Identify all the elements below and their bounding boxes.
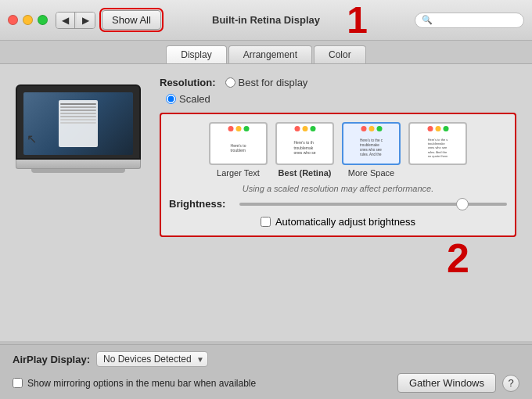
best-for-display-label: Best for display [239, 77, 308, 88]
traffic-lights [8, 15, 48, 25]
bottom-right: Gather Windows ? [397, 373, 519, 393]
scaled-option[interactable]: Scaled [166, 93, 210, 105]
minimize-button[interactable] [23, 15, 33, 25]
mirror-label: Show mirroring options in the menu bar w… [27, 378, 256, 389]
best-retina-selected-thumb: Here's to the ctroublemakeones who seeru… [342, 122, 401, 165]
mirror-checkbox[interactable] [13, 378, 23, 388]
laptop-display [23, 92, 133, 155]
dot-green-2 [310, 126, 315, 131]
airplay-dropdown-wrapper: No Devices Detected // populate select c… [96, 351, 208, 367]
tabs-bar: Display Arrangement Color [0, 41, 532, 64]
maximize-button[interactable] [38, 15, 48, 25]
title-bar: ◀ ▶ Show All 1 Built-in Retina Display 🔍 [0, 0, 532, 41]
extra-option[interactable]: Here's to the stroublemakeones who seeru… [408, 122, 467, 178]
dot-yellow [235, 126, 241, 131]
dot-green [243, 126, 249, 131]
best-retina-option[interactable]: Here's to thtroublemakones who se Best (… [275, 122, 334, 178]
dot-yellow-2 [302, 126, 307, 131]
larger-text-label: Larger Text [217, 168, 260, 178]
search-icon: 🔍 [422, 15, 433, 25]
tab-display[interactable]: Display [166, 45, 226, 63]
scaled-label: Scaled [179, 93, 210, 105]
help-button[interactable]: ? [502, 375, 519, 392]
search-input[interactable] [436, 15, 517, 26]
nav-buttons: ◀ ▶ [56, 12, 95, 29]
airplay-dropdown[interactable]: No Devices Detected [96, 351, 208, 367]
best-for-display-radio[interactable] [225, 77, 235, 88]
dot-red [228, 126, 233, 131]
main-content: ↖ Resolution: Best for display Scaled [0, 64, 532, 341]
tab-arrangement[interactable]: Arrangement [228, 45, 312, 63]
screen-content [23, 92, 133, 155]
brightness-row: Brightness: [169, 198, 507, 210]
auto-brightness-row: Automatically adjust brightness [169, 216, 507, 228]
laptop-thumbnail: ↖ [16, 84, 141, 173]
bottom-bar: AirPlay Display: No Devices Detected // … [0, 344, 532, 399]
best-for-display-option[interactable]: Best for display [225, 77, 308, 88]
scaled-row: Scaled [166, 93, 516, 105]
back-button[interactable]: ◀ [56, 13, 75, 28]
auto-brightness-label: Automatically adjust brightness [275, 216, 415, 228]
laptop-screen [16, 84, 141, 160]
dot-yellow-4 [435, 126, 440, 131]
resolution-thumbnails: Here's totroublem Larger Text [169, 122, 507, 178]
thumb-text: Here's totroublem [228, 132, 249, 156]
brightness-label: Brightness: [169, 198, 232, 210]
gather-windows-button[interactable]: Gather Windows [397, 373, 496, 393]
show-all-button[interactable]: Show All [102, 10, 161, 30]
laptop-foot [31, 169, 125, 173]
larger-text-option[interactable]: Here's totroublem Larger Text [209, 122, 268, 178]
bottom-row: Show mirroring options in the menu bar w… [13, 373, 519, 393]
extra-thumb: Here's to the stroublemakeones who seeru… [408, 122, 467, 165]
airplay-label: AirPlay Display: [13, 354, 90, 365]
thumb-dots-2 [294, 126, 315, 131]
dot-red-2 [294, 126, 300, 131]
search-box[interactable]: 🔍 [415, 13, 524, 28]
doc-mini [59, 100, 98, 147]
resolution-label: Resolution: [160, 77, 216, 88]
tab-color[interactable]: Color [314, 45, 366, 63]
best-retina-label: Best (Retina) [279, 168, 332, 178]
scaled-radio[interactable] [166, 94, 176, 104]
dot-green-4 [443, 126, 448, 131]
thumb-dots [228, 126, 249, 131]
best-retina-thumb: Here's to thtroublemakones who se [275, 122, 334, 165]
resolution-options-box: Here's totroublem Larger Text [160, 113, 516, 237]
larger-text-thumb: Here's totroublem [209, 122, 268, 165]
brightness-slider[interactable] [239, 203, 507, 206]
settings-panel: Resolution: Best for display Scaled [160, 77, 516, 245]
resolution-row: Resolution: Best for display [160, 77, 516, 88]
window-title: Built-in Retina Display [212, 14, 320, 26]
dot-yellow-3 [368, 126, 374, 131]
close-button[interactable] [8, 15, 18, 25]
thumb-text-2: Here's to thtroublemakones who se [291, 129, 318, 158]
thumb-text-4: Here's to the stroublemakeones who seeru… [426, 127, 451, 160]
forward-button[interactable]: ▶ [77, 13, 95, 28]
performance-note: Using a scaled resolution may affect per… [169, 184, 507, 193]
cursor-icon: ↖ [27, 131, 37, 146]
laptop-base [16, 160, 141, 169]
thumb-dots-4 [427, 126, 448, 131]
dot-red-4 [427, 126, 433, 131]
dot-red-3 [361, 126, 366, 131]
dot-green-3 [376, 126, 382, 131]
thumb-dots-3 [361, 126, 382, 131]
mirror-check-row: Show mirroring options in the menu bar w… [13, 378, 256, 389]
airplay-row: AirPlay Display: No Devices Detected // … [13, 351, 519, 367]
best-retina-selected-option[interactable]: Here's to the ctroublemakeones who seeru… [342, 122, 401, 178]
thumb-text-3: Here's to the ctroublemakeones who seeru… [358, 128, 385, 159]
more-space-label: More Space [348, 168, 394, 178]
label-1: 1 [347, 2, 368, 39]
content-area: ↖ Resolution: Best for display Scaled [16, 77, 516, 245]
auto-brightness-checkbox[interactable] [261, 217, 271, 227]
